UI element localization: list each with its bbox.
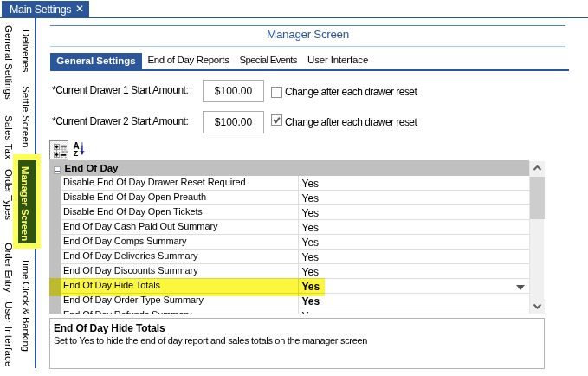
svg-text:Z: Z xyxy=(74,149,79,157)
